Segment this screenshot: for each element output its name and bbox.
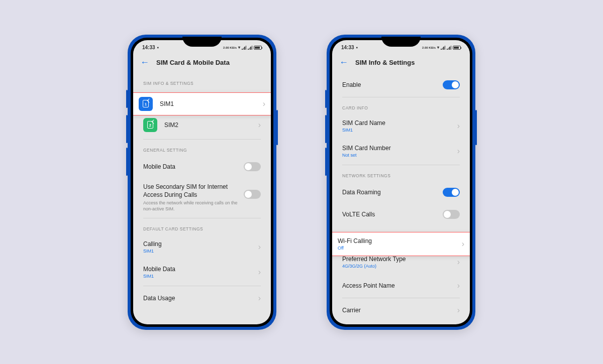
header: ← SIM Info & Settings (332, 53, 470, 74)
chevron-icon: › (457, 122, 460, 131)
volte-label: VoLTE Calls (342, 211, 443, 218)
chevron-icon: › (457, 258, 460, 267)
data-rate: 2.00 KB/s (422, 46, 436, 49)
chevron-icon: › (258, 294, 261, 303)
chevron-icon: › (457, 306, 460, 315)
sim-number-label: SIM Card Number (342, 145, 457, 152)
status-time: 14:33 (142, 45, 155, 50)
secondary-sim-toggle[interactable] (244, 190, 261, 199)
wifi-calling-sub: Off (338, 246, 462, 251)
page-title: SIM Info & Settings (355, 59, 415, 66)
row-sim1[interactable]: 1 SIM1 › (133, 91, 271, 117)
section-card-info: CARD INFO (332, 98, 470, 113)
data-usage-label: Data Usage (143, 295, 258, 302)
chevron-icon: › (263, 99, 265, 108)
sim-number-sub: Not set (342, 153, 457, 158)
section-default-card: DEFAULT CARD SETTINGS (133, 219, 271, 234)
screen-left: 14:33 ▪ 2.00 KB/s ▾ ← SIM Card & Mobile … (133, 40, 271, 324)
back-icon[interactable]: ← (339, 57, 348, 68)
chevron-icon: › (462, 239, 464, 249)
sim2-icon: 2 (143, 118, 157, 132)
mobile-data-label: Mobile Data (143, 163, 244, 170)
section-network: NETWORK SETTINGS (332, 166, 470, 181)
signal-icon (447, 46, 451, 50)
mobile-data-default-label: Mobile Data (143, 266, 258, 273)
phone-left: 14:33 ▪ 2.00 KB/s ▾ ← SIM Card & Mobile … (128, 35, 276, 330)
wifi-icon: ▾ (437, 45, 439, 50)
chevron-icon: › (258, 268, 261, 277)
sim-name-sub: SIM1 (342, 128, 457, 133)
chevron-icon: › (457, 281, 460, 290)
battery-icon (254, 46, 262, 50)
notch (381, 37, 421, 47)
row-enable[interactable]: Enable (332, 74, 470, 96)
volte-toggle[interactable] (443, 210, 460, 219)
back-icon[interactable]: ← (140, 57, 149, 68)
battery-icon (453, 46, 461, 50)
signal-icon (441, 46, 445, 50)
sim1-icon: 1 (139, 97, 153, 111)
phone-right: 14:33 ▪ 2.00 KB/s ▾ ← SIM Info & Setting… (327, 35, 475, 330)
mobile-data-toggle[interactable] (244, 162, 261, 171)
row-wifi-calling[interactable]: Wi-Fi Calling Off › (332, 231, 470, 257)
mobile-data-default-sub: SIM1 (143, 274, 258, 279)
header: ← SIM Card & Mobile Data (133, 53, 271, 74)
apn-label: Access Point Name (342, 282, 457, 289)
camera-icon: ▪ (157, 45, 159, 50)
camera-icon: ▪ (356, 45, 358, 50)
chevron-icon: › (457, 147, 460, 156)
wifi-calling-label: Wi-Fi Calling (338, 237, 462, 245)
secondary-sim-label: Use Secondary SIM for Internet Access Du… (143, 183, 244, 199)
row-mobile-data-default[interactable]: Mobile Data SIM1 › (133, 260, 271, 285)
sim1-label: SIM1 (160, 100, 256, 107)
enable-toggle[interactable] (443, 80, 460, 89)
row-carrier[interactable]: Carrier › (332, 299, 470, 321)
calling-sub: SIM1 (143, 249, 258, 254)
signal-icon (242, 46, 246, 50)
page-title: SIM Card & Mobile Data (156, 59, 230, 66)
data-rate: 2.00 KB/s (223, 46, 237, 49)
highlight-wifi-calling: Wi-Fi Calling Off › (332, 232, 470, 256)
row-sim-number[interactable]: SIM Card Number Not set › (332, 139, 470, 164)
row-apn[interactable]: Access Point Name › (332, 275, 470, 297)
section-sim-info: SIM INFO & SETTINGS (133, 74, 271, 89)
row-sim-name[interactable]: SIM Card Name SIM1 › (332, 113, 470, 139)
highlight-sim1: 1 SIM1 › (133, 92, 271, 115)
row-secondary-sim[interactable]: Use Secondary SIM for Internet Access Du… (133, 178, 271, 217)
sim2-label: SIM2 (164, 122, 251, 129)
carrier-label: Carrier (342, 307, 457, 314)
row-volte[interactable]: VoLTE Calls (332, 203, 470, 225)
roaming-label: Data Roaming (342, 189, 443, 196)
roaming-toggle[interactable] (443, 188, 460, 197)
row-mobile-data[interactable]: Mobile Data (133, 156, 271, 178)
wifi-icon: ▾ (238, 45, 240, 50)
signal-icon (248, 46, 252, 50)
status-time: 14:33 (341, 45, 354, 50)
notch (182, 37, 222, 47)
calling-label: Calling (143, 240, 258, 248)
pref-network-label: Preferred Network Type (342, 256, 457, 263)
pref-network-sub: 4G/3G/2G (Auto) (342, 264, 457, 269)
sim-name-label: SIM Card Name (342, 119, 457, 127)
secondary-sim-desc: Access the network while receiving calls… (143, 200, 244, 212)
chevron-icon: › (258, 120, 261, 130)
row-calling[interactable]: Calling SIM1 › (133, 234, 271, 260)
chevron-icon: › (258, 242, 261, 252)
row-data-roaming[interactable]: Data Roaming (332, 181, 470, 203)
enable-label: Enable (342, 81, 443, 88)
screen-right: 14:33 ▪ 2.00 KB/s ▾ ← SIM Info & Setting… (332, 40, 470, 324)
row-data-usage[interactable]: Data Usage › (133, 287, 271, 309)
section-general: GENERAL SETTING (133, 141, 271, 156)
